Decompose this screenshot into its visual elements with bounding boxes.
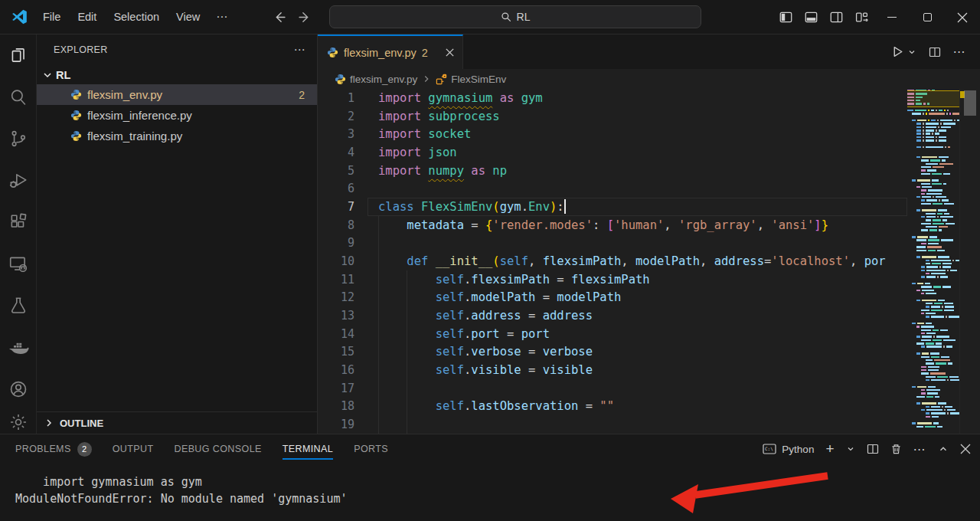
- folder-row-rl[interactable]: RL: [37, 65, 317, 84]
- terminal-dropdown-icon[interactable]: [846, 444, 855, 454]
- terminal-shell-label: Python: [782, 444, 814, 455]
- panel-tab-label: OUTPUT: [113, 444, 154, 454]
- code-line-17[interactable]: 17: [318, 379, 907, 398]
- new-terminal-icon[interactable]: +: [825, 441, 834, 457]
- extensions-icon: [8, 212, 28, 232]
- scrollbar-slider[interactable]: [964, 90, 976, 116]
- more-actions-icon[interactable]: ⋯: [953, 44, 967, 59]
- activity-item-extensions[interactable]: [0, 202, 36, 244]
- overview-ruler[interactable]: [959, 89, 980, 434]
- history-nav: [271, 9, 312, 25]
- code-line-1[interactable]: 1import gymnasium as gym: [318, 89, 907, 107]
- activity-item-remote-explorer[interactable]: [0, 244, 36, 286]
- indent-guide: [378, 325, 379, 343]
- tab-label: flexsim_env.py: [344, 47, 416, 59]
- panel-tab-problems[interactable]: PROBLEMS2: [15, 434, 92, 464]
- search-icon: [8, 87, 28, 107]
- terminal-output[interactable]: import gymnasium as gymModuleNotFoundErr…: [0, 464, 980, 507]
- code-line-5[interactable]: 5import numpy as np: [318, 162, 907, 180]
- minimize-icon: [887, 17, 897, 18]
- docker-icon: [8, 338, 29, 358]
- maximize-panel-icon[interactable]: [938, 444, 949, 454]
- arrow-left-icon[interactable]: [271, 9, 286, 25]
- code-content: self.verbose = verbose: [368, 342, 907, 361]
- code-line-12[interactable]: 12 self.modelPath = modelPath: [318, 288, 907, 306]
- explorer-sidebar: EXPLORER ⋯ RL flexsim_env.py2flexsim_inf…: [37, 34, 318, 434]
- code-line-6[interactable]: 6: [318, 179, 907, 198]
- line-number: 9: [318, 236, 368, 250]
- code-editor[interactable]: 1import gymnasium as gym2import subproce…: [318, 89, 980, 434]
- file-item-flexsim_env-py[interactable]: flexsim_env.py2: [37, 84, 317, 105]
- file-item-flexsim_training-py[interactable]: flexsim_training.py: [37, 126, 317, 146]
- minimap[interactable]: [907, 89, 959, 434]
- code-line-13[interactable]: 13 self.address = address: [318, 306, 907, 325]
- line-number: 18: [318, 399, 368, 413]
- panel-tab-debug-console[interactable]: DEBUG CONSOLE: [174, 434, 261, 464]
- code-content: [368, 179, 907, 198]
- arrow-right-icon[interactable]: [297, 9, 312, 25]
- command-center-search[interactable]: RL: [329, 5, 701, 28]
- sidebar-more-actions-icon[interactable]: ⋯: [294, 43, 307, 57]
- code-content: import numpy as np: [368, 162, 907, 180]
- code-line-9[interactable]: 9: [318, 234, 907, 252]
- breadcrumb-item-1[interactable]: FlexSimEnv: [436, 74, 506, 85]
- line-number: 5: [318, 164, 368, 178]
- code-line-19[interactable]: 19: [318, 415, 907, 434]
- code-line-3[interactable]: 3import socket: [318, 125, 907, 143]
- panel-tab-terminal[interactable]: TERMINAL: [283, 434, 333, 464]
- maximize-button[interactable]: [910, 0, 945, 34]
- terminal-line: ModuleNotFoundError: No module named 'gy…: [15, 491, 980, 508]
- activity-item-docker[interactable]: [0, 327, 36, 369]
- file-item-flexsim_inference-py[interactable]: flexsim_inference.py: [37, 105, 317, 126]
- activity-item-run-and-debug[interactable]: [0, 160, 36, 202]
- menu-edit[interactable]: Edit: [69, 6, 105, 28]
- code-line-11[interactable]: 11 self.flexsimPath = flexsimPath: [318, 270, 907, 289]
- activity-item-search[interactable]: [0, 77, 36, 119]
- code-line-15[interactable]: 15 self.verbose = verbose: [318, 342, 907, 361]
- code-line-2[interactable]: 2import subprocess: [318, 107, 907, 126]
- toggle-primary-sidebar-icon[interactable]: [773, 6, 799, 29]
- activity-item-source-control[interactable]: [0, 118, 36, 160]
- toggle-panel-icon[interactable]: [799, 6, 824, 29]
- code-line-4[interactable]: 4import json: [318, 143, 907, 162]
- toggle-secondary-sidebar-icon[interactable]: [824, 6, 849, 29]
- run-python-file-button[interactable]: [891, 45, 916, 58]
- line-number: 12: [318, 290, 368, 304]
- code-line-8[interactable]: 8 metadata = {'render.modes': ['human', …: [318, 216, 907, 234]
- code-line-18[interactable]: 18 self.lastObservation = "": [318, 397, 907, 415]
- minimize-button[interactable]: [874, 0, 910, 34]
- panel-actions: C:\ Python + ⋯: [763, 441, 971, 457]
- indent-guide: [407, 325, 407, 343]
- panel-tab-ports[interactable]: PORTS: [354, 434, 388, 464]
- code-line-16[interactable]: 16 self.visible = visible: [318, 361, 907, 379]
- activity-item-explorer[interactable]: [0, 34, 36, 77]
- file-name: flexsim_training.py: [87, 129, 182, 143]
- line-number: 19: [318, 418, 368, 431]
- code-line-10[interactable]: 10 def __init__(self, flexsimPath, model…: [318, 252, 907, 270]
- close-tab-icon[interactable]: [445, 48, 455, 57]
- kill-terminal-icon[interactable]: [890, 443, 902, 455]
- panel-more-actions-icon[interactable]: ⋯: [913, 442, 927, 457]
- menu-file[interactable]: File: [34, 6, 69, 28]
- tab-flexsim-env[interactable]: flexsim_env.py 2: [318, 34, 463, 69]
- customize-layout-icon[interactable]: [849, 6, 874, 29]
- menu-view[interactable]: View: [168, 6, 208, 28]
- indent-guide: [407, 379, 407, 398]
- indent-guide: [378, 361, 379, 379]
- breadcrumb-item-0[interactable]: flexsim_env.py: [335, 74, 417, 85]
- split-terminal-icon[interactable]: [867, 443, 879, 455]
- code-line-7[interactable]: 7class FlexSimEnv(gym.Env):: [318, 198, 907, 216]
- activity-item-testing[interactable]: [0, 285, 36, 327]
- tab-strip: flexsim_env.py 2 ⋯: [318, 34, 980, 69]
- menu-overflow-icon[interactable]: ⋯: [208, 6, 236, 28]
- close-panel-icon[interactable]: [960, 444, 971, 454]
- text-cursor: [564, 199, 566, 214]
- menu-selection[interactable]: Selection: [105, 6, 168, 28]
- outline-section[interactable]: OUTLINE: [37, 411, 317, 434]
- code-content: self.lastObservation = "": [368, 397, 907, 415]
- code-content: def __init__(self, flexsimPath, modelPat…: [368, 252, 907, 270]
- code-line-14[interactable]: 14 self.port = port: [318, 325, 907, 343]
- split-editor-icon[interactable]: [929, 46, 941, 58]
- panel-tab-output[interactable]: OUTPUT: [113, 434, 154, 464]
- close-window-button[interactable]: [945, 0, 980, 34]
